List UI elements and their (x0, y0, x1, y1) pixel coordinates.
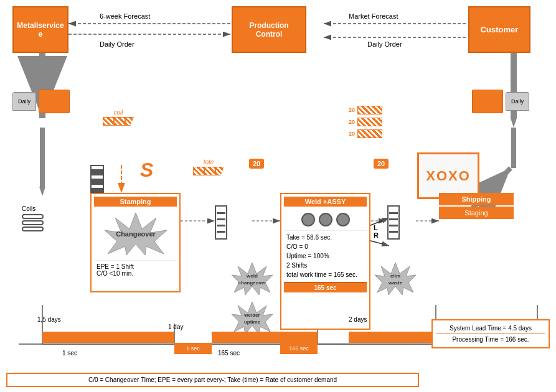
right-truck-container: Daily (472, 84, 534, 118)
inv-mid-4 (217, 231, 225, 233)
legend-box: C/0 = Changeover Time; EPE = every part … (6, 373, 419, 387)
hatch-20-1: 20 (349, 107, 355, 113)
weld-box: Weld +ASSY Take = 58.6 sec. C/O = 0 Upti… (280, 193, 370, 330)
customer-label: Customer (481, 25, 519, 34)
push-s-icon: S (140, 159, 153, 182)
left-truck-body (39, 90, 70, 113)
weld-circle-2 (319, 213, 332, 226)
production-control-label: Production Control (249, 21, 288, 39)
coil-hatch (103, 117, 134, 126)
hatch-row-1: 20 (349, 106, 382, 114)
weld-take: Take = 58.6 sec. (286, 233, 364, 242)
forecast-6week-label: 6-week Forecast (100, 12, 150, 20)
info-box: System Lead Time = 4.5 days Processing T… (431, 319, 550, 348)
elim-waste-kaizen: elim waste (374, 261, 417, 297)
stamping-stats: EPE = 1 Shift C/O <10 min. (94, 260, 177, 277)
shipping-container: Shipping Staging (439, 193, 514, 243)
weld-total: total work time = 165 sec. (286, 270, 364, 279)
hatch-body-2 (357, 118, 382, 126)
svg-marker-18 (39, 187, 45, 196)
hatch-body-1 (357, 106, 382, 114)
hatch-20-2: 20 (349, 119, 355, 125)
weld-165sec: 165 sec (284, 282, 367, 292)
inv-bar-2 (92, 179, 103, 185)
right-truck-cab: Daily (506, 92, 529, 111)
right-truck-body (472, 90, 503, 113)
l-label: L (374, 224, 379, 231)
customer-box: Customer (468, 6, 530, 53)
days-2-label: 1 day (168, 324, 183, 330)
legend-text: C/0 = Changeover Time; EPE = every part … (88, 376, 337, 383)
inv-r-3 (389, 225, 398, 226)
svg-text:changeover: changeover (238, 280, 266, 286)
staging-title: Staging (439, 207, 514, 219)
lr-labels: L R (374, 224, 379, 239)
weld-uptime: Uptime = 100% (286, 251, 364, 261)
inv-r-2 (389, 218, 398, 220)
svg-text:weld: weld (246, 273, 258, 279)
stamping-epe: EPE = 1 Shift (97, 263, 174, 270)
timeline-bar-top-2 (212, 332, 318, 343)
metalservice-box: Metallservice e (12, 6, 68, 53)
tote-label: tote (204, 159, 214, 166)
top-hatch-area: 20 20 20 (349, 106, 382, 138)
processing-row: Processing Time = 166 sec. (436, 334, 545, 345)
coil-3 (22, 226, 44, 231)
hatch-row-3: 20 (349, 129, 382, 138)
sec-2-label: 165 sec (218, 350, 240, 357)
daily-order-left-label: Daily Order (100, 40, 134, 48)
hatch-row-2: 20 (349, 118, 382, 126)
welder-uptime-kaizen: welder uptime (230, 301, 274, 336)
inv-mid-2 (217, 218, 225, 220)
inv-mid-1 (217, 212, 225, 214)
shipping-title: Shipping (439, 193, 514, 205)
timeline-bar-bot-2: 165 sec (280, 343, 318, 354)
stamping-title: Stamping (94, 197, 177, 207)
sec-bot-1: 1 sec (174, 343, 212, 354)
kaizen-icons: weld changeover welder uptime (230, 261, 274, 336)
inv-r-4 (389, 231, 398, 233)
kaizen-2-svg: welder uptime (230, 301, 274, 335)
r-label: R (374, 231, 379, 239)
tote-hatch-area: tote (193, 159, 224, 175)
changeover-area: Changeover (101, 212, 170, 255)
market-forecast-label: Market Forecast (349, 12, 398, 20)
svg-marker-38 (232, 302, 273, 334)
svg-text:Changeover: Changeover (116, 230, 156, 238)
coils-area: Coils (22, 205, 44, 231)
days-1-label: 1,5 days (37, 316, 61, 323)
svg-marker-35 (232, 263, 273, 295)
weld-co: C/O = 0 (286, 242, 364, 251)
left-truck-container: Daily (12, 84, 75, 118)
tote-hatch-tip (215, 167, 224, 175)
daily-order-right-label: Daily Order (367, 40, 402, 48)
coil-hatch-area: coil (103, 109, 134, 126)
tote-hatch-2 (204, 167, 215, 175)
days-3-label: 2 days (349, 316, 367, 323)
coil-1 (22, 214, 44, 219)
weld-title: Weld +ASSY (284, 197, 367, 207)
weld-stats: Take = 58.6 sec. C/O = 0 Uptime = 100% 2… (284, 230, 367, 279)
kaizen-1-svg: weld changeover (230, 261, 274, 296)
weld-changeover-kaizen: weld changeover (230, 261, 274, 297)
stamping-box: Stamping Changeover EPE = 1 Shift C/O <1… (90, 193, 181, 292)
num-badge-20-weld: 20 (249, 159, 264, 169)
lead-time-row: System Lead Time = 4.5 days (436, 323, 545, 334)
svg-text:waste: waste (388, 280, 403, 286)
inventory-mid (215, 205, 227, 240)
metalservice-label: Metallservice e (17, 21, 64, 39)
weld-circle-1 (301, 213, 315, 226)
timeline-bar-bot-1: 1 sec (174, 343, 212, 354)
coils-label: Coils (22, 205, 44, 212)
hatch-20-3: 20 (349, 131, 355, 137)
coil-2 (22, 220, 44, 225)
inv-mid-3 (217, 225, 225, 226)
left-truck-cab: Daily (12, 92, 36, 111)
weld-circle-3 (336, 213, 350, 226)
sec-bot-2: 165 sec (280, 343, 318, 354)
stamping-co: C/O <10 min. (97, 270, 174, 277)
tote-hatch-1 (193, 167, 204, 175)
tote-hatch (193, 167, 224, 175)
svg-text:uptime: uptime (244, 319, 261, 325)
svg-marker-41 (375, 263, 416, 295)
